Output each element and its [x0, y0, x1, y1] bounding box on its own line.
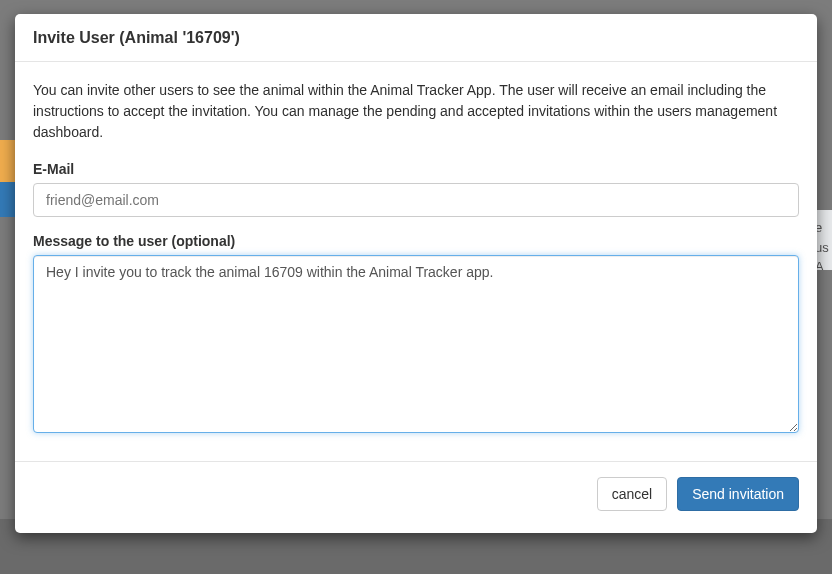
cancel-button[interactable]: cancel: [597, 477, 667, 511]
modal-body: You can invite other users to see the an…: [15, 62, 817, 461]
bg-decoration: [0, 140, 15, 182]
message-label: Message to the user (optional): [33, 233, 799, 249]
bg-decoration: [0, 182, 15, 217]
invite-user-modal: Invite User (Animal '16709') You can inv…: [15, 14, 817, 533]
modal-footer: cancel Send invitation: [15, 461, 817, 533]
message-field[interactable]: [33, 255, 799, 433]
modal-title: Invite User (Animal '16709'): [33, 29, 799, 47]
email-field[interactable]: [33, 183, 799, 217]
email-label: E-Mail: [33, 161, 799, 177]
modal-description: You can invite other users to see the an…: [33, 80, 799, 143]
send-invitation-button[interactable]: Send invitation: [677, 477, 799, 511]
modal-header: Invite User (Animal '16709'): [15, 14, 817, 62]
